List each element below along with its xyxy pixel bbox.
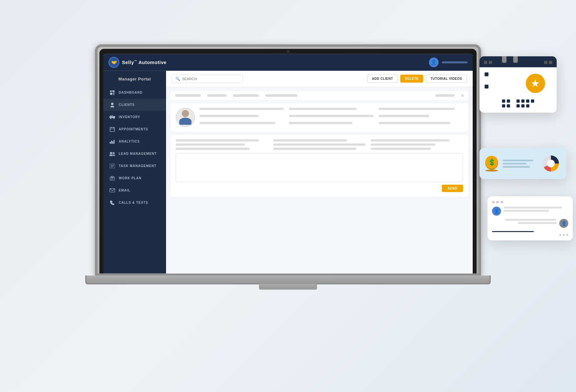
chat-line [504, 210, 549, 212]
info-line [289, 107, 357, 110]
info-line [200, 107, 284, 110]
chat-bubble-2 [492, 219, 557, 224]
calendar-ring-left [502, 56, 506, 63]
skeleton-bar [233, 94, 259, 97]
svg-rect-3 [113, 92, 115, 93]
send-row: SEND [176, 184, 463, 192]
cal-dot [484, 61, 487, 64]
toolbar: 🔍 ADD CLIENT DELETE TUTORIAL VIDEOS [166, 70, 473, 87]
user-avatar: 👤 [429, 57, 439, 67]
logo-circle: 🤝 [108, 57, 119, 68]
send-button[interactable]: SEND [442, 184, 463, 192]
cal-dot [544, 61, 547, 64]
note-line [371, 147, 431, 150]
cal-sq [507, 104, 510, 107]
main-content: 🔍 ADD CLIENT DELETE TUTORIAL VIDEOS [166, 70, 473, 273]
sidebar-item-email[interactable]: EMAIL [103, 184, 166, 196]
svg-rect-4 [113, 94, 115, 95]
floating-calendar: ★ [479, 56, 557, 113]
cal-dot [549, 61, 552, 64]
sidebar-item-task-management[interactable]: TASK MANAGEMENT [103, 160, 166, 172]
search-input[interactable] [182, 77, 239, 80]
star-icon: ★ [526, 74, 545, 93]
sidebar-item-label: LEAD MANAGEMENT [119, 152, 157, 155]
calendar-dots-top: ★ [485, 72, 552, 94]
analytics-line [503, 160, 533, 161]
cal-sq [507, 99, 510, 103]
chat-line [518, 222, 557, 224]
search-box[interactable]: 🔍 [172, 74, 243, 83]
sidebar-item-label: CALLS & TEXTS [119, 201, 148, 204]
calendar-ring-right [513, 56, 518, 63]
dot-red [492, 201, 495, 203]
sidebar-item-calls-texts[interactable]: CALLS & TEXTS [103, 196, 166, 209]
cal-sq [485, 72, 488, 76]
svg-point-5 [111, 102, 114, 105]
client-avatar [176, 107, 195, 127]
svg-point-33 [547, 160, 555, 167]
note-line [176, 147, 250, 150]
cal-sq [512, 104, 515, 107]
svg-rect-15 [110, 142, 111, 144]
sidebar-item-dashboard[interactable]: DASHBOARD [103, 86, 166, 98]
analytics-icon [109, 138, 116, 145]
svg-point-9 [113, 117, 115, 119]
laptop-camera [287, 50, 289, 52]
avatar-body [179, 117, 191, 125]
calendar-grid [502, 99, 534, 107]
chat-message-2: 👤 [492, 219, 568, 228]
sidebar-item-inventory[interactable]: INVENTORY [103, 111, 166, 123]
info-line [379, 115, 429, 117]
analytics-lines [503, 160, 537, 168]
cal-dot [489, 61, 492, 64]
cal-sq [485, 85, 488, 89]
lead-management-icon [109, 150, 116, 157]
sidebar-item-clients[interactable]: CLIENTS [103, 98, 166, 111]
floating-chat: 👤 👤 [488, 196, 573, 240]
laptop-trackpad [259, 283, 317, 289]
cal-sq [526, 104, 529, 107]
message-textarea[interactable] [176, 153, 463, 182]
svg-point-22 [112, 154, 115, 156]
user-avatar-icon: 👤 [431, 59, 437, 65]
svg-rect-10 [110, 115, 113, 117]
info-line [379, 122, 451, 124]
cal-sq [521, 104, 525, 107]
cal-sq [502, 99, 505, 103]
task-management-icon [109, 163, 116, 169]
svg-point-6 [110, 106, 114, 107]
coin-stack-icon: 💲 [485, 156, 498, 172]
tutorial-videos-button[interactable]: TUTORIAL VIDEOS [426, 75, 467, 83]
note-line [371, 143, 435, 145]
calendar-header [479, 56, 557, 67]
sidebar-item-work-plan[interactable]: WORK PLAN [103, 172, 166, 184]
note-line [273, 143, 366, 145]
svg-point-8 [110, 117, 111, 119]
svg-rect-11 [110, 127, 115, 131]
pagination-dot [563, 234, 565, 236]
skeleton-bar [265, 94, 297, 97]
note-line [273, 147, 356, 150]
add-client-button[interactable]: ADD CLIENT [367, 75, 398, 83]
sidebar-item-label: INVENTORY [119, 115, 140, 119]
chat-bottom-bar [492, 231, 534, 232]
user-name-bar [442, 61, 468, 63]
sidebar-item-appointments[interactable]: APPOINTMENTS [103, 123, 166, 135]
sidebar-item-analytics[interactable]: ANALYTICS [103, 135, 166, 147]
email-icon [109, 187, 116, 193]
sidebar-item-lead-management[interactable]: LEAD MANAGEMENT [103, 147, 166, 160]
svg-point-21 [113, 152, 115, 154]
client-card [171, 103, 468, 131]
client-info [200, 107, 463, 127]
note-line [176, 139, 259, 141]
floating-analytics: 💲 [479, 148, 566, 179]
delete-button[interactable]: DELETE [400, 75, 423, 83]
sidebar-item-label: WORK PLAN [119, 176, 142, 180]
info-line [379, 107, 455, 110]
list-bar [171, 91, 468, 100]
coin-icon: 💲 [485, 156, 498, 169]
cal-sq [521, 99, 525, 103]
coin-base [485, 170, 498, 172]
notes-card: SEND [171, 135, 468, 196]
cal-sq [516, 99, 520, 103]
